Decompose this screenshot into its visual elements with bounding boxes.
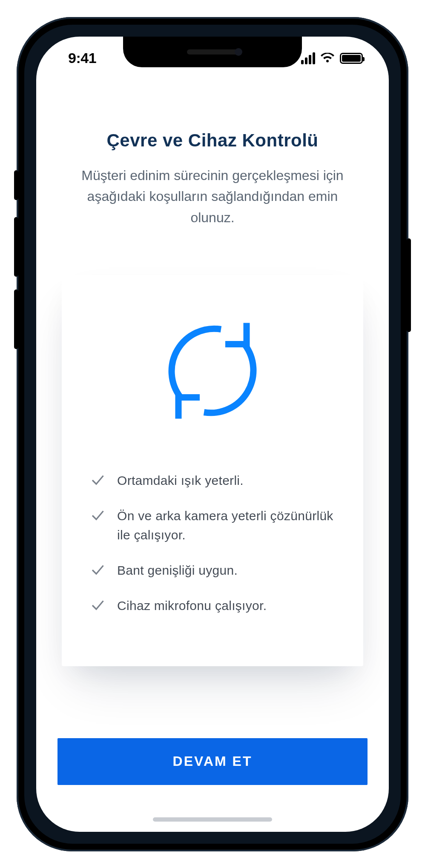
screen: 9:41 Çevre ve Cihaz Kontro	[36, 37, 389, 832]
device-frame: 9:41 Çevre ve Cihaz Kontro	[17, 17, 408, 851]
volume-up-button	[14, 217, 18, 277]
front-camera	[235, 48, 242, 56]
check-icon	[90, 473, 105, 488]
checklist-card: Ortamdaki ışık yeterli. Ön ve arka kamer…	[62, 275, 363, 666]
status-time: 9:41	[68, 50, 96, 66]
power-button	[407, 238, 411, 332]
cellular-signal-icon	[301, 52, 315, 64]
page-subtitle: Müşteri edinim sürecinin gerçekleşmesi i…	[57, 165, 368, 229]
side-button	[14, 170, 18, 200]
volume-down-button	[14, 289, 18, 349]
notch	[123, 37, 302, 67]
refresh-cycle-icon	[159, 318, 266, 424]
check-item: Bant genişliği uygun.	[90, 561, 335, 580]
checklist: Ortamdaki ışık yeterli. Ön ve arka kamer…	[87, 471, 338, 615]
check-icon	[90, 508, 105, 523]
check-item: Cihaz mikrofonu çalışıyor.	[90, 596, 335, 615]
check-item: Ortamdaki ışık yeterli.	[90, 471, 335, 490]
home-indicator[interactable]	[153, 817, 272, 822]
speaker	[187, 49, 238, 54]
continue-button[interactable]: DEVAM ET	[57, 738, 368, 785]
check-item: Ön ve arka kamera yeterli çözünürlük ile…	[90, 506, 335, 544]
check-text: Ortamdaki ışık yeterli.	[117, 471, 244, 490]
check-icon	[90, 562, 105, 578]
battery-icon	[340, 53, 363, 64]
wifi-icon	[320, 53, 335, 64]
check-text: Cihaz mikrofonu çalışıyor.	[117, 596, 267, 615]
check-text: Bant genişliği uygun.	[117, 561, 238, 580]
page-title: Çevre ve Cihaz Kontrolü	[57, 130, 368, 151]
check-icon	[90, 598, 105, 613]
check-text: Ön ve arka kamera yeterli çözünürlük ile…	[117, 506, 335, 544]
